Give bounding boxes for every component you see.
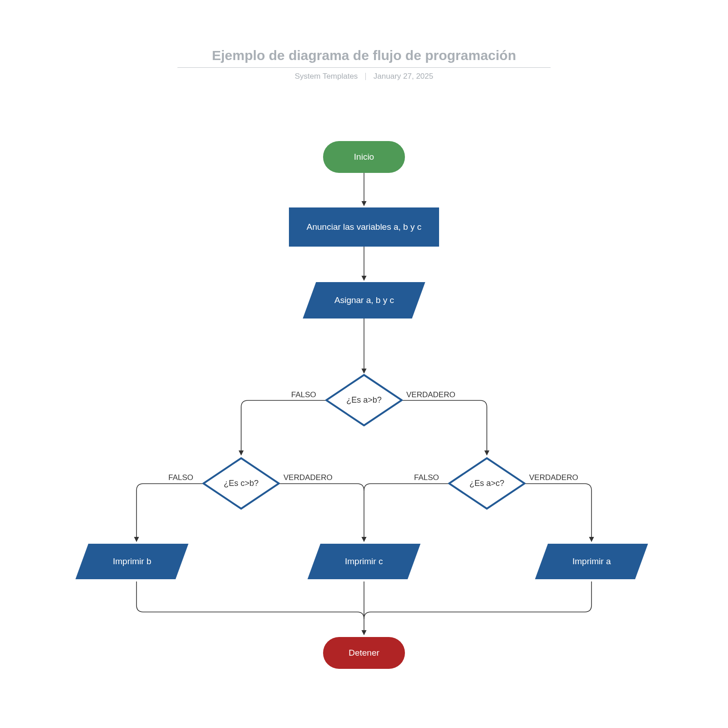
print-a-io: Imprimir a [535,544,648,579]
edge-ac-false: FALSO [414,473,439,482]
edge-cb-false: FALSO [168,473,193,482]
declare-label: Anunciar las variables a, b y c [307,222,421,232]
declare-process: Anunciar las variables a, b y c [289,207,439,247]
diagram-meta: System Templates January 27, 2025 [0,72,728,81]
decision-ab: ¿Es a>b? [325,374,403,426]
edge-ac-true: VERDADERO [529,473,578,482]
decision-ac-label: ¿Es a>c? [448,457,526,510]
print-b-label: Imprimir b [113,556,151,566]
decision-ab-label: ¿Es a>b? [325,374,403,426]
author-label: System Templates [295,72,358,81]
title-underline [177,67,551,68]
meta-separator [365,73,366,80]
assign-label: Asignar a, b y c [334,295,394,305]
edge-cb-true: VERDADERO [283,473,333,482]
edge-ab-false: FALSO [291,390,316,399]
print-c-label: Imprimir c [345,556,383,566]
flowchart-canvas: Ejemplo de diagrama de flujo de programa… [0,0,728,728]
print-b-io: Imprimir b [76,544,188,579]
print-a-label: Imprimir a [572,556,611,566]
diagram-title: Ejemplo de diagrama de flujo de programa… [0,48,728,63]
stop-terminal: Detener [323,637,405,669]
start-terminal: Inicio [323,141,405,173]
decision-cb-label: ¿Es c>b? [202,457,280,510]
decision-ac: ¿Es a>c? [448,457,526,510]
decision-cb: ¿Es c>b? [202,457,280,510]
print-c-io: Imprimir c [308,544,420,579]
date-label: January 27, 2025 [374,72,433,81]
start-label: Inicio [354,152,374,162]
assign-io: Asignar a, b y c [303,282,425,318]
stop-label: Detener [349,648,379,658]
connectors-layer [0,0,728,728]
edge-ab-true: VERDADERO [406,390,455,399]
